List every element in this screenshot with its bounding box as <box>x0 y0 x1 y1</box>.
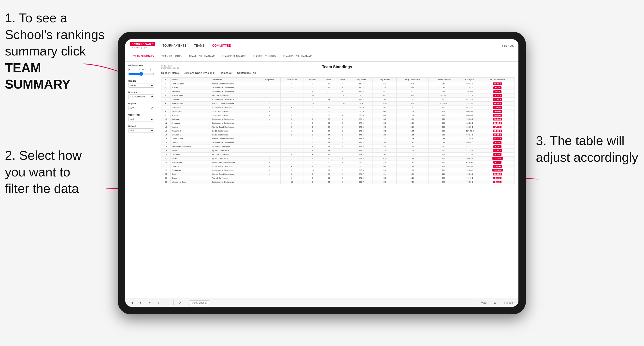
table-cell: 95-29-2 <box>428 102 459 106</box>
table-row: 21New MexicoMountain West Conference-192… <box>162 161 514 165</box>
table-cell: 95-6-0 <box>459 90 480 94</box>
sub-nav-player-h2h-heatmap[interactable]: PLAYER H2H HEATMAP <box>280 52 314 61</box>
sub-nav-team-summary[interactable]: TEAM SUMMARY <box>130 52 157 61</box>
sign-out-link[interactable]: | Sign out <box>502 44 514 47</box>
table-cell: Southeastern Conference <box>210 141 259 145</box>
table-cell: Ole Miss <box>170 98 210 102</box>
nav-link-tournaments[interactable]: TOURNAMENTS <box>162 44 186 47</box>
table-cell: 265 <box>428 137 459 141</box>
table-cell: 27 <box>322 86 336 90</box>
watch-btn[interactable]: 👁 Watch <box>475 301 489 305</box>
table-cell: 2.88 <box>396 86 428 90</box>
forward-btn[interactable]: ▶ <box>138 301 144 305</box>
refresh-btn[interactable]: ↻ <box>147 301 152 305</box>
bookmark-btn[interactable]: ☆ <box>164 301 170 305</box>
table-cell: 79-25-1 <box>480 94 514 98</box>
table-cell: 5 <box>162 98 170 102</box>
table-cell: 4 <box>280 137 304 141</box>
table-cell: 278.8 <box>350 157 373 161</box>
table-cell: - <box>259 121 280 125</box>
table-cell: -5.1 <box>372 153 396 157</box>
table-cell: -6.0 <box>372 125 396 129</box>
table-cell: 23 <box>322 113 336 117</box>
table-cell: 8 <box>304 145 322 149</box>
table-cell: 1 <box>280 94 304 98</box>
range-max-input[interactable] <box>141 68 150 71</box>
table-row: 12VirginiaAtlantic Coast Conference-3824… <box>162 125 514 129</box>
clock-btn[interactable]: ⏱ <box>177 301 183 305</box>
table-cell: 20 <box>162 157 170 161</box>
table-cell: 8 <box>304 125 322 129</box>
table-cell: 270 <box>428 180 459 184</box>
division-select[interactable]: NCAA Division I NCAA Division II <box>128 94 154 99</box>
table-cell: 268 <box>428 113 459 117</box>
grid-btn[interactable]: ☷ <box>492 301 498 305</box>
table-cell: 2 <box>336 153 350 157</box>
table-cell: 280.7 <box>350 180 373 184</box>
table-cell: -6.2 <box>372 90 396 94</box>
region-label: Region <box>128 102 154 105</box>
table-row: 7TennesseeSoutheastern Conference-461822… <box>162 106 514 109</box>
share-native-btn[interactable]: ⇧ <box>156 301 162 305</box>
table-cell: 265 <box>428 106 459 109</box>
filter-region: Region N/A All <box>128 102 154 110</box>
table-cell: - <box>259 98 280 102</box>
table-cell: 6 <box>336 86 350 90</box>
table-cell: Georgia Tech <box>170 137 210 141</box>
sub-nav-player-summary[interactable]: PLAYER SUMMARY <box>219 52 249 61</box>
table-cell: 2 <box>280 102 304 106</box>
table-cell: 17 <box>162 145 170 149</box>
col-reg-rank: Reg Rank <box>259 78 280 82</box>
table-cell: - <box>259 133 280 137</box>
table-cell: 278.7 <box>350 161 373 165</box>
sub-nav-team-h2h-heatmap[interactable]: TEAM H2H HEATMAP <box>186 52 218 61</box>
table-cell: - <box>259 117 280 121</box>
gender-select[interactable]: Men's Women's <box>128 83 154 88</box>
table-cell: Atlantic Coast Conference <box>210 102 259 106</box>
back-btn[interactable]: ◀ <box>129 301 135 305</box>
table-cell: -3.8 <box>372 180 396 184</box>
share-btn[interactable]: ⇧ Share <box>501 301 515 305</box>
table-cell: Southeastern Conference <box>210 90 259 94</box>
table-cell: 269 <box>428 168 459 172</box>
table-cell: 1.63 <box>396 141 428 145</box>
conference-select[interactable]: (All) <box>128 117 154 122</box>
table-row: 9ArizonaPac-12 Conference-28234276.3-4.6… <box>162 113 514 117</box>
table-cell: 273.5 <box>350 82 373 86</box>
view-original-btn[interactable]: View: Original <box>189 300 210 305</box>
table-cell: 59-39-1 <box>459 165 480 168</box>
table-cell: 27 <box>322 172 336 176</box>
table-cell: 264 <box>396 102 428 106</box>
school-select[interactable]: (All) <box>128 128 154 133</box>
region-select[interactable]: N/A All <box>128 106 154 110</box>
table-cell: 23-23-1 <box>480 137 514 141</box>
table-cell: 2.52 <box>372 94 396 98</box>
table-cell: -1.8 <box>372 161 396 165</box>
sub-nav-team-h2h-grid[interactable]: TEAM H2H GRID <box>158 52 184 61</box>
table-cell: 2.70 <box>396 82 428 86</box>
table-cell: 1 <box>336 149 350 153</box>
table-cell: 7 <box>304 165 322 168</box>
table-cell: - <box>259 168 280 172</box>
nav-link-committee[interactable]: COMMITTEE <box>212 44 231 47</box>
table-cell: 13-24-1 <box>480 117 514 121</box>
table-row: 8WashingtonPac-12 Conference-28231276.3-… <box>162 109 514 113</box>
table-cell: 1.28 <box>396 149 428 153</box>
table-cell: Texas <box>170 157 210 161</box>
range-min-input[interactable] <box>128 68 138 71</box>
table-cell: -2.0 <box>372 168 396 172</box>
sub-nav-player-h2h-grid[interactable]: PLAYER H2H GRID <box>250 52 279 61</box>
table-cell: Pac-12 Conference <box>210 94 259 98</box>
table-cell: 1.55 <box>396 145 428 149</box>
school-label: School <box>128 125 154 127</box>
table-cell: 6 <box>162 102 170 106</box>
table-cell: 6 <box>304 106 322 109</box>
table-cell: 66-40-1 <box>459 176 480 180</box>
logo-scoreboard: SCOREBOARD <box>130 42 155 46</box>
table-cell: 267 <box>428 145 459 149</box>
table-cell: 1.53 <box>396 153 428 157</box>
table-cell: 3 <box>162 90 170 94</box>
table-cell: 17-9-0 <box>480 125 514 129</box>
nav-link-teams[interactable]: TEAMS <box>194 44 205 47</box>
range-slider[interactable] <box>128 72 154 76</box>
